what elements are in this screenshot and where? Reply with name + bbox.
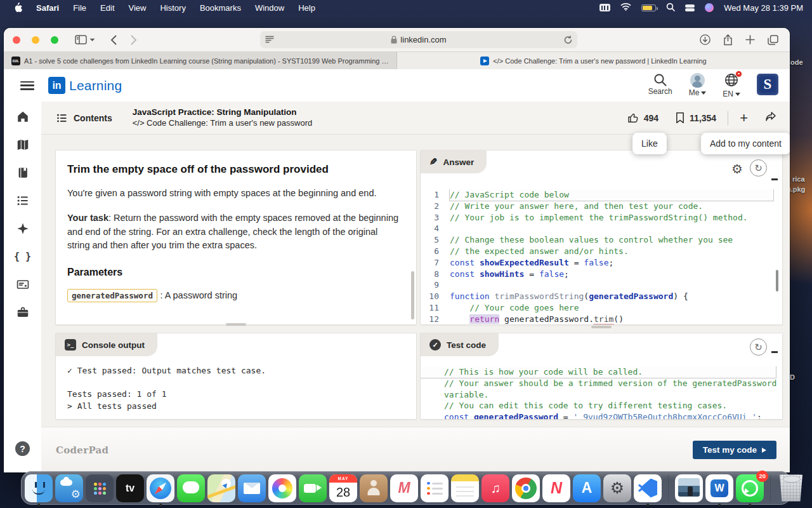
dock-facetime-icon[interactable]: [299, 474, 327, 502]
code-braces-icon[interactable]: { }: [15, 249, 30, 264]
dock-reminders-icon[interactable]: [421, 474, 449, 502]
hamburger-menu-icon[interactable]: [20, 81, 34, 90]
collapse-test-panel-button[interactable]: [771, 351, 778, 353]
menu-item-safari[interactable]: Safari: [29, 3, 66, 13]
browser-tab-linkedin[interactable]: </> Code Challenge: Trim a user's new pa…: [397, 52, 790, 69]
menu-item-bookmarks[interactable]: Bookmarks: [193, 3, 248, 13]
siri-icon[interactable]: [705, 3, 714, 12]
answer-code-editor[interactable]: 1// JavaScript code below2// Write your …: [421, 189, 782, 324]
menu-item-edit[interactable]: Edit: [93, 3, 121, 13]
code-line: 11 // Your code goes here: [421, 302, 782, 314]
console-line: > All tests passed: [67, 401, 405, 413]
wifi-icon[interactable]: [620, 3, 631, 13]
menu-item-help[interactable]: Help: [291, 3, 322, 13]
add-to-content-button[interactable]: +: [740, 111, 748, 125]
ai-sparkle-icon[interactable]: [15, 221, 30, 236]
dock-contacts-icon[interactable]: [360, 474, 388, 502]
dock-whatsapp-icon[interactable]: 20: [736, 474, 764, 502]
coderpad-panels: Trim the empty space off of the password…: [41, 135, 790, 427]
header-search-button[interactable]: Search: [648, 73, 672, 96]
dock-app-store-icon[interactable]: A: [573, 474, 601, 502]
like-button[interactable]: 494: [627, 112, 658, 124]
chevron-down-icon: [735, 93, 740, 98]
collapse-answer-panel-button[interactable]: [771, 178, 778, 180]
dock-chrome-icon[interactable]: [512, 474, 540, 502]
dock-notes-icon[interactable]: [451, 474, 479, 502]
panel-resize-handle[interactable]: [226, 323, 246, 326]
dock-apple-tv-icon[interactable]: tv: [116, 474, 144, 502]
test-code-editor[interactable]: // This is how your code will be called.…: [421, 366, 782, 419]
dock-launchpad-icon[interactable]: [86, 474, 114, 502]
tab-overview-icon[interactable]: [768, 35, 778, 45]
code-line: const generatedPassword = ' 9vud9zQWTb5R…: [421, 411, 782, 419]
menu-item-view[interactable]: View: [122, 3, 154, 13]
dock-maps-icon[interactable]: [207, 474, 235, 502]
scrollbar-thumb[interactable]: [411, 271, 414, 319]
minimize-window-button[interactable]: [32, 36, 39, 44]
dock-word-icon[interactable]: W: [705, 474, 733, 502]
library-icon[interactable]: [15, 165, 30, 180]
share-lesson-button[interactable]: [764, 111, 777, 125]
help-icon[interactable]: ?: [15, 441, 30, 456]
home-icon[interactable]: [15, 109, 30, 124]
dock-messages-icon[interactable]: [177, 474, 205, 502]
dock-music-icon[interactable]: ♫: [481, 474, 509, 502]
close-window-button[interactable]: [13, 36, 20, 44]
editor-settings-icon[interactable]: ⚙: [731, 161, 743, 177]
dock-mail-icon[interactable]: [238, 474, 266, 502]
reset-test-code-button[interactable]: ↻: [750, 338, 767, 356]
dock-trash-icon[interactable]: [777, 474, 805, 502]
dock-safari-icon[interactable]: [147, 474, 174, 502]
dock-preview-icon[interactable]: [675, 474, 703, 502]
dock-photos-icon[interactable]: [268, 474, 296, 502]
panel-resize-handle[interactable]: [591, 326, 612, 328]
line-number: 12: [421, 314, 450, 324]
downloads-icon[interactable]: [700, 34, 710, 45]
sidebar-toggle-icon[interactable]: [75, 35, 87, 44]
new-tab-icon[interactable]: [745, 35, 755, 44]
forward-button[interactable]: [131, 35, 137, 45]
console-output-tab[interactable]: >_ Console output: [56, 333, 157, 356]
page-format-icon[interactable]: [265, 36, 274, 44]
spotlight-search-icon[interactable]: [666, 3, 675, 13]
menubar-clock[interactable]: Wed May 28 1:39 PM: [724, 3, 803, 13]
menu-item-file[interactable]: File: [66, 3, 93, 13]
dock-settings-icon[interactable]: ⚙: [603, 474, 631, 502]
answer-tab[interactable]: ✎ Answer: [421, 150, 487, 173]
dock-data-app-icon[interactable]: ⚙: [55, 474, 83, 502]
back-button[interactable]: [110, 35, 117, 45]
header-language-menu[interactable]: EN: [723, 73, 740, 98]
apple-menu-icon[interactable]: [6, 3, 29, 13]
contents-button[interactable]: Contents: [56, 112, 112, 124]
linkedin-learning-logo[interactable]: in Learning: [48, 77, 122, 94]
share-icon[interactable]: [723, 34, 733, 46]
url-text[interactable]: linkedin.com: [400, 35, 446, 44]
control-center-icon[interactable]: [685, 4, 695, 11]
keyboard-status-icon[interactable]: [599, 4, 610, 11]
test-my-code-button[interactable]: Test my code: [693, 441, 776, 459]
briefcase-icon[interactable]: [15, 305, 30, 320]
certificate-icon[interactable]: [15, 277, 30, 292]
reset-code-button[interactable]: ↻: [750, 159, 767, 177]
menu-item-history[interactable]: History: [153, 3, 192, 13]
browser-tab-d2l[interactable]: D2L A1 - solve 5 code challenges from Li…: [4, 52, 397, 69]
map-icon[interactable]: [15, 137, 30, 152]
battery-icon[interactable]: [641, 4, 656, 11]
test-code-tab[interactable]: ✓ Test code: [421, 333, 499, 356]
zoom-window-button[interactable]: [51, 36, 58, 44]
course-title: JavaScript Practice: String Manipulation: [133, 107, 313, 118]
dock-m-app-icon[interactable]: M: [390, 474, 418, 502]
header-me-menu[interactable]: Me: [689, 73, 707, 97]
dock-news-icon[interactable]: N: [542, 474, 570, 502]
organization-logo[interactable]: S: [757, 74, 778, 95]
bookmark-button[interactable]: 11,354: [675, 112, 716, 124]
editor-scrollbar-thumb[interactable]: [776, 270, 778, 291]
dock-finder-icon[interactable]: [25, 474, 53, 502]
address-bar[interactable]: linkedin.com: [260, 31, 577, 48]
dock-calendar-icon[interactable]: MAY28: [329, 474, 357, 502]
reload-icon[interactable]: [564, 36, 572, 44]
contents-list-icon[interactable]: [15, 193, 30, 208]
sidebar-chevron-icon[interactable]: [89, 38, 95, 42]
dock-vscode-icon[interactable]: [634, 474, 662, 502]
menu-item-window[interactable]: Window: [248, 3, 291, 13]
